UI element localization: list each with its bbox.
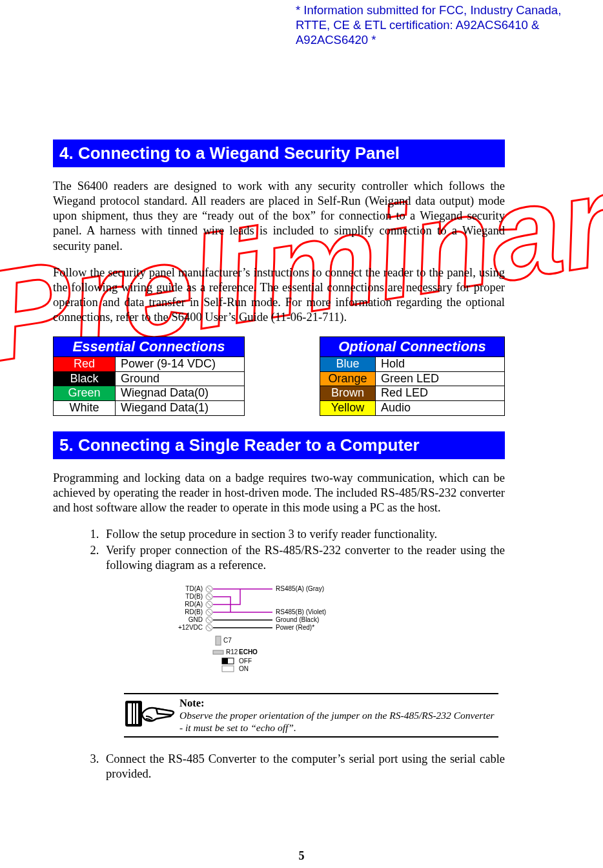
essential-table-header: Essential Connections (54, 337, 245, 357)
svg-text:RS485(B) (Violet): RS485(B) (Violet) (276, 608, 326, 615)
svg-text:C7: C7 (223, 637, 232, 644)
table-row: RedPower (9-14 VDC) (54, 357, 245, 372)
table-row: WhiteWiegand Data(1) (54, 400, 245, 415)
svg-text:+12VDC: +12VDC (178, 624, 203, 631)
table-row: GreenWiegnad Data(0) (54, 386, 245, 401)
rs485-converter-diagram: TD(A) TD(B) RD(A) RD(B) GND +12VDC RS485… (176, 583, 382, 687)
pointing-hand-icon (124, 697, 179, 733)
section-5-para-1: Programming and locking data on a badge … (53, 471, 505, 515)
svg-text:TD(A): TD(A) (185, 585, 203, 592)
section-4-para-1: The S6400 readers are designed to work w… (53, 179, 505, 254)
table-row: BlackGround (54, 371, 245, 386)
svg-rect-32 (222, 666, 234, 672)
svg-text:TD(B): TD(B) (185, 593, 203, 600)
certification-note: * Information submitted for FCC, Industr… (296, 3, 593, 47)
svg-text:Ground (Black): Ground (Black) (276, 616, 319, 623)
optional-connections-table: Optional Connections BlueHold OrangeGree… (320, 336, 505, 415)
list-item: Connect the RS-485 Converter to the comp… (102, 752, 505, 781)
table-row: YellowAudio (320, 400, 505, 415)
section-5-steps-cont: Connect the RS-485 Converter to the comp… (102, 752, 505, 781)
note-body: Observe the proper orientation of the ju… (179, 710, 498, 734)
svg-text:GND: GND (189, 616, 203, 623)
terminal-block: TD(A) TD(B) RD(A) RD(B) GND +12VDC (178, 585, 212, 631)
svg-rect-37 (136, 703, 138, 724)
svg-rect-26 (213, 650, 223, 654)
svg-rect-30 (222, 658, 228, 664)
svg-text:RS485(A) (Gray): RS485(A) (Gray) (276, 585, 324, 592)
svg-text:RD(A): RD(A) (185, 601, 203, 608)
section-5-steps: Follow the setup procedure in section 3 … (102, 527, 505, 573)
section-4-header: 4. Connecting to a Wiegand Security Pane… (53, 140, 505, 167)
page-number: 5 (0, 849, 603, 863)
svg-text:ON: ON (239, 665, 249, 672)
essential-connections-table: Essential Connections RedPower (9-14 VDC… (53, 336, 245, 415)
list-item: Verify proper connection of the RS-485/R… (102, 543, 505, 573)
section-5-header: 5. Connecting a Single Reader to a Compu… (53, 431, 505, 459)
svg-text:R12: R12 (226, 648, 238, 656)
list-item: Follow the setup procedure in section 3 … (102, 527, 505, 542)
svg-text:ECHO: ECHO (239, 648, 258, 656)
note-box: Note: Observe the proper orientation of … (124, 693, 498, 738)
svg-rect-24 (216, 636, 221, 645)
note-title: Note: (179, 697, 498, 710)
svg-text:RD(B): RD(B) (185, 608, 203, 615)
svg-rect-35 (128, 703, 132, 724)
svg-text:Power (Red)*: Power (Red)* (276, 624, 314, 631)
table-row: OrangeGreen LED (320, 371, 505, 386)
section-4-para-2: Follow the security panel manufacturer’s… (53, 265, 505, 326)
table-row: BlueHold (320, 357, 505, 372)
optional-table-header: Optional Connections (320, 337, 505, 357)
table-row: BrownRed LED (320, 386, 505, 401)
svg-rect-36 (133, 703, 135, 724)
svg-text:OFF: OFF (239, 657, 252, 665)
